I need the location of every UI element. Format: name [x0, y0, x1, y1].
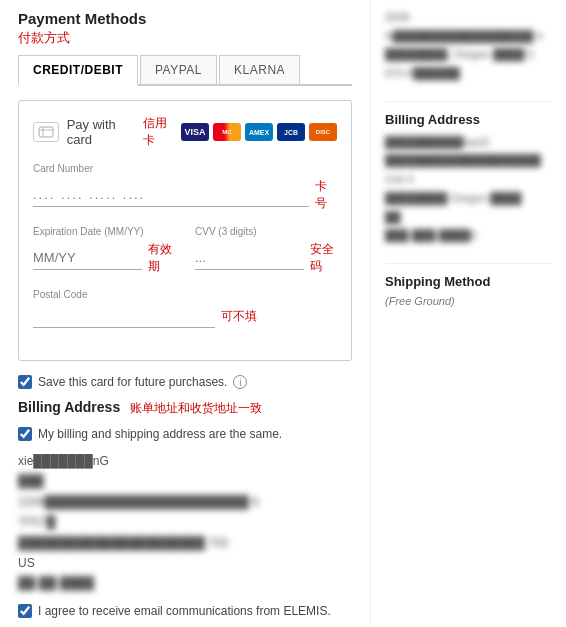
tab-klarna[interactable]: KLARNA	[219, 55, 300, 84]
billing-section: Billing Address 账单地址和收货地址一致	[18, 399, 352, 417]
email-comms-label: I agree to receive email communications …	[38, 604, 331, 618]
tab-paypal[interactable]: PAYPAL	[140, 55, 217, 84]
card-number-label: Card Number	[33, 163, 337, 174]
order-address-section: 2008 N██████████████████ 4 ████████, Ore…	[385, 8, 552, 83]
card-header: Pay with card 信用卡 VISA MC AMEX JCB DISC	[33, 115, 337, 149]
address-name: xie███████nG	[18, 451, 352, 471]
cvv-cn: 安全码	[310, 241, 338, 275]
right-billing-phone: ███-███-████0	[385, 226, 552, 245]
info-icon[interactable]: i	[233, 375, 247, 389]
save-card-row: Save this card for future purchases. i	[18, 375, 352, 389]
card-number-field: Card Number 卡号	[33, 163, 337, 212]
card-number-cn: 卡号	[315, 178, 337, 212]
tab-credit-debit[interactable]: CREDIT/DEBIT	[18, 55, 138, 86]
svg-rect-0	[39, 127, 53, 137]
same-address-checkbox[interactable]	[18, 427, 32, 441]
address-line3: TP57█	[18, 512, 352, 532]
right-shipping-section: Shipping Method (Free Ground)	[385, 274, 552, 307]
mastercard-logo: MC	[213, 123, 241, 141]
cvv-label: CVV (3 digits)	[195, 226, 337, 237]
right-shipping-subtitle: (Free Ground)	[385, 295, 552, 307]
expiry-input[interactable]	[33, 246, 142, 270]
address-line2: 2208████████████████████████ 8	[18, 492, 352, 512]
email-comms-row: I agree to receive email communications …	[18, 604, 352, 618]
expiry-cvv-row: Expiration Date (MM/YY) 有效期 CVV (3 digit…	[33, 226, 337, 289]
order-addr-line2: ████████, Oregon ████ 0	[385, 45, 552, 64]
right-shipping-title: Shipping Method	[385, 274, 552, 289]
postal-input[interactable]	[33, 304, 215, 328]
card-chip-icon	[33, 122, 59, 142]
address-line4: ██████████████████████ 700	[18, 533, 352, 553]
address-line1: ███	[18, 471, 352, 491]
right-billing-name: ██████████hanG	[385, 133, 552, 152]
same-address-row: My billing and shipping address are the …	[18, 427, 352, 441]
section-title-cn: 付款方式	[18, 29, 352, 47]
visa-logo: VISA	[181, 123, 209, 141]
expiry-label: Expiration Date (MM/YY)	[33, 226, 175, 237]
section-title: Payment Methods	[18, 10, 352, 27]
right-billing-line2: ████████ Oregon ████	[385, 189, 552, 208]
postal-label: Postal Code	[33, 289, 337, 300]
amex-logo: AMEX	[245, 123, 273, 141]
right-billing-text: ██████████hanG ████████████████████ Unit…	[385, 133, 552, 245]
right-billing-section: Billing Address ██████████hanG █████████…	[385, 112, 552, 245]
order-addr-line1: 2008 N██████████████████ 4	[385, 8, 552, 45]
right-billing-line1: ████████████████████ Unit 4	[385, 151, 552, 188]
card-form-box: Pay with card 信用卡 VISA MC AMEX JCB DISC …	[18, 100, 352, 361]
address-block: xie███████nG ███ 2208███████████████████…	[18, 451, 352, 594]
order-addr-phone: 675-6██████	[385, 64, 552, 83]
pay-with-card-label: Pay with card	[67, 117, 133, 147]
save-card-checkbox[interactable]	[18, 375, 32, 389]
billing-title: Billing Address	[18, 399, 120, 415]
discover-logo: DISC	[309, 123, 337, 141]
same-address-label: My billing and shipping address are the …	[38, 427, 282, 441]
address-country: US	[18, 553, 352, 573]
right-panel: 2008 N██████████████████ 4 ████████, Ore…	[370, 0, 566, 627]
jcb-logo: JCB	[277, 123, 305, 141]
save-card-label: Save this card for future purchases.	[38, 375, 227, 389]
email-comms-checkbox[interactable]	[18, 604, 32, 618]
card-number-input[interactable]	[33, 183, 309, 207]
expiry-cn: 有效期	[148, 241, 176, 275]
payment-tabs: CREDIT/DEBIT PAYPAL KLARNA	[18, 55, 352, 86]
billing-title-cn: 账单地址和收货地址一致	[130, 401, 262, 415]
order-address-text: 2008 N██████████████████ 4 ████████, Ore…	[385, 8, 552, 83]
cvv-field: CVV (3 digits) 安全码	[195, 226, 337, 275]
right-billing-title: Billing Address	[385, 112, 552, 127]
address-phone: ██-██-████	[18, 573, 352, 593]
expiry-field: Expiration Date (MM/YY) 有效期	[33, 226, 175, 275]
card-logos: VISA MC AMEX JCB DISC	[181, 123, 337, 141]
pay-with-card-cn: 信用卡	[143, 115, 173, 149]
cvv-input[interactable]	[195, 246, 304, 270]
postal-field: Postal Code 可不填	[33, 289, 337, 328]
postal-cn: 可不填	[221, 308, 257, 325]
right-billing-line3: ██	[385, 208, 552, 227]
